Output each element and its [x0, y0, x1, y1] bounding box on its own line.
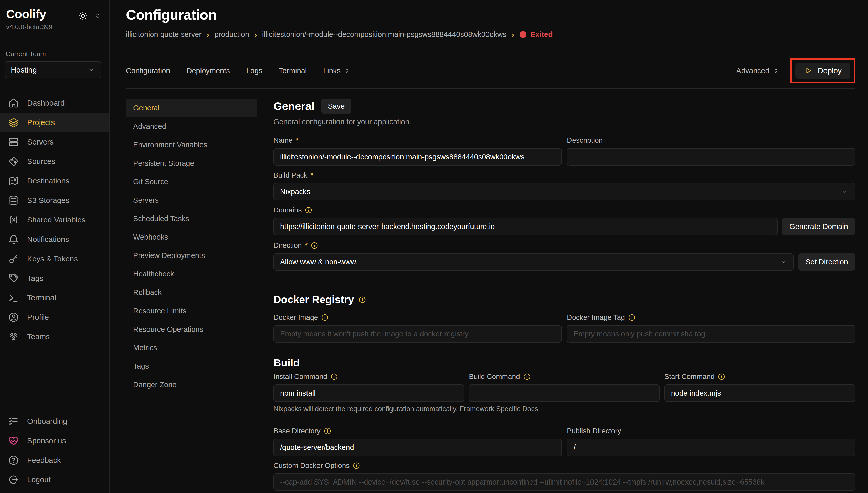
build-command-input[interactable] [469, 384, 660, 402]
app-logo[interactable]: Coolify [6, 7, 46, 21]
sidebar-item-logout[interactable]: Logout [0, 470, 109, 489]
tab-terminal[interactable]: Terminal [279, 67, 307, 75]
base-directory-input[interactable] [273, 439, 562, 456]
sidebar-item-notifications[interactable]: Notifications [0, 230, 109, 249]
info-icon[interactable] [718, 373, 725, 381]
sun-icon[interactable] [78, 11, 88, 21]
sidebar-item-feedback[interactable]: Feedback [0, 450, 109, 470]
build-pack-select[interactable]: Nixpacks [273, 183, 855, 200]
info-icon[interactable] [321, 314, 329, 321]
name-input[interactable] [273, 148, 562, 166]
info-icon[interactable] [359, 296, 366, 304]
subnav-item-advanced[interactable]: Advanced [126, 117, 257, 135]
subnav-item-preview-deployments[interactable]: Preview Deployments [126, 246, 257, 265]
description-input[interactable] [567, 148, 855, 166]
nav-label: Terminal [27, 293, 56, 302]
start-command-input[interactable] [664, 384, 855, 402]
sidebar-item-onboarding[interactable]: Onboarding [0, 411, 109, 431]
description-label: Description [567, 136, 603, 145]
custom-docker-options-input[interactable] [273, 473, 855, 491]
tab-configuration[interactable]: Configuration [126, 67, 170, 75]
advanced-dropdown[interactable]: Advanced [736, 67, 779, 75]
build-heading: Build [273, 357, 300, 369]
docker-image-input[interactable] [273, 325, 562, 343]
deploy-button[interactable]: Deploy [795, 63, 850, 79]
info-icon[interactable] [352, 462, 360, 469]
info-icon[interactable] [523, 373, 531, 381]
chevron-up-down-icon [344, 67, 350, 74]
subnav-item-servers[interactable]: Servers [126, 191, 257, 209]
breadcrumb-application[interactable]: illicitestonion/-module--decomposition:m… [262, 30, 506, 39]
docker-image-tag-input[interactable] [567, 325, 855, 343]
publish-directory-input[interactable] [567, 439, 855, 456]
nav-label: Sources [27, 157, 55, 166]
subnav-item-metrics[interactable]: Metrics [126, 339, 257, 357]
sidebar-item-projects[interactable]: Projects [0, 113, 109, 132]
install-command-input[interactable] [273, 384, 464, 402]
sidebar-item-terminal[interactable]: Terminal [0, 288, 109, 307]
build-command-field-group: Build Command [469, 372, 660, 402]
docker-registry-heading: Docker Registry [273, 294, 354, 306]
info-icon[interactable] [330, 373, 338, 381]
subnav-item-scheduled-tasks[interactable]: Scheduled Tasks [126, 209, 257, 228]
build-pack-field-group: Build Pack * Nixpacks [273, 171, 855, 200]
info-icon[interactable] [311, 242, 318, 249]
help-circle-icon [8, 454, 20, 466]
info-icon[interactable] [628, 314, 636, 321]
sidebar-item-sources[interactable]: Sources [0, 152, 109, 171]
sidebar-item-teams[interactable]: Teams [0, 327, 109, 346]
subnav-item-persistent-storage[interactable]: Persistent Storage [126, 154, 257, 172]
breadcrumb-project[interactable]: illicitonion quote server [126, 30, 202, 39]
sidebar-item-keys-tokens[interactable]: Keys & Tokens [0, 249, 109, 269]
base-directory-field-group: Base Directory [273, 427, 562, 456]
nav-label: Tags [27, 274, 43, 283]
tab-deployments[interactable]: Deployments [187, 67, 230, 75]
info-icon[interactable] [324, 427, 331, 435]
publish-directory-label: Publish Directory [567, 427, 621, 435]
subnav-item-general[interactable]: General [126, 99, 257, 117]
save-button[interactable]: Save [321, 99, 351, 113]
subnav-item-tags[interactable]: Tags [126, 357, 257, 376]
domains-input[interactable] [273, 218, 778, 235]
docker-image-label: Docker Image [273, 314, 318, 322]
subnav-item-environment-variables[interactable]: Environment Variables [126, 135, 257, 154]
generate-domain-button[interactable]: Generate Domain [782, 218, 855, 235]
chevron-up-down-icon[interactable] [94, 12, 101, 20]
nav-label: Notifications [27, 235, 69, 244]
nav-label: Profile [27, 313, 49, 322]
tab-logs[interactable]: Logs [246, 67, 262, 75]
team-select[interactable]: Hosting [5, 62, 101, 79]
app-version: v4.0.0-beta.399 [0, 23, 109, 31]
sidebar-item-shared-variables[interactable]: Shared Variables [0, 210, 109, 230]
subnav-item-danger-zone[interactable]: Danger Zone [126, 376, 257, 394]
nav-label: S3 Storages [27, 196, 69, 205]
tab-links[interactable]: Links [323, 67, 350, 75]
sidebar-item-destinations[interactable]: Destinations [0, 171, 109, 191]
sidebar-item-dashboard[interactable]: Dashboard [0, 93, 109, 113]
direction-select[interactable]: Allow www & non-www. [273, 253, 794, 271]
start-command-field-group: Start Command [664, 372, 855, 402]
sidebar-item-sponsor[interactable]: Sponsor us [0, 431, 109, 450]
status-badge: Exited [520, 30, 553, 39]
chevron-down-icon [88, 66, 95, 74]
breadcrumb-environment[interactable]: production [214, 30, 249, 39]
framework-docs-link[interactable]: Framework Specific Docs [460, 405, 538, 413]
sidebar-item-profile[interactable]: Profile [0, 307, 109, 327]
terminal-icon [8, 292, 20, 304]
checklist-icon [8, 415, 20, 427]
subnav-item-healthcheck[interactable]: Healthcheck [126, 265, 257, 283]
logout-icon [8, 474, 20, 486]
subnav-item-resource-limits[interactable]: Resource Limits [126, 302, 257, 320]
info-icon[interactable] [305, 206, 312, 214]
nav-label: Feedback [27, 456, 61, 465]
subnav-item-rollback[interactable]: Rollback [126, 283, 257, 302]
sidebar-item-s3-storages[interactable]: S3 Storages [0, 191, 109, 210]
sidebar-item-tags[interactable]: Tags [0, 269, 109, 288]
subnav-item-webhooks[interactable]: Webhooks [126, 228, 257, 246]
sidebar-item-servers[interactable]: Servers [0, 132, 109, 152]
breadcrumb-separator: › [207, 30, 209, 39]
subnav-item-resource-operations[interactable]: Resource Operations [126, 320, 257, 339]
subnav-item-git-source[interactable]: Git Source [126, 172, 257, 191]
set-direction-button[interactable]: Set Direction [798, 253, 855, 271]
name-label: Name [273, 136, 293, 145]
